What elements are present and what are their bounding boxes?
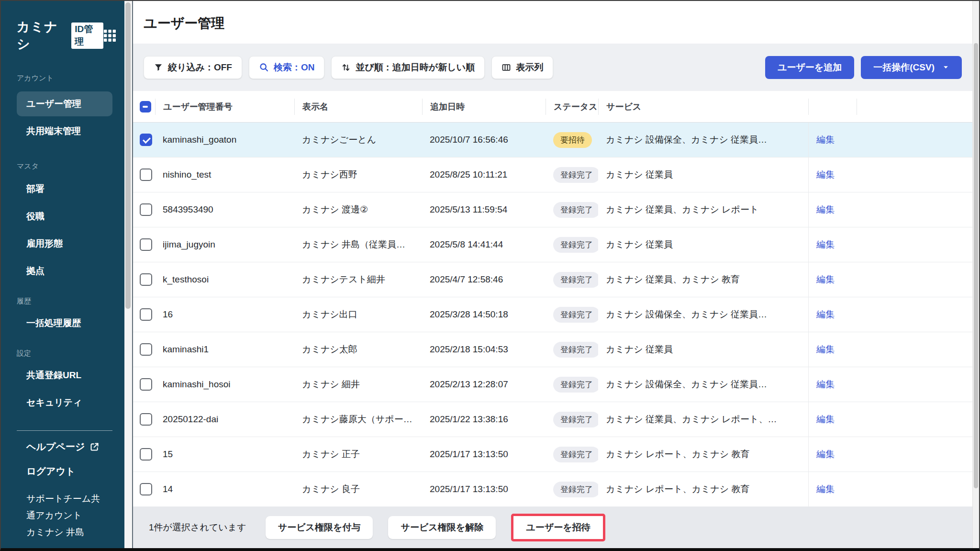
cell-status: 要招待 [546, 123, 598, 157]
row-checkbox[interactable] [140, 413, 152, 426]
row-checkbox[interactable] [140, 308, 152, 321]
page-scrollbar[interactable] [972, 1, 979, 548]
bulk-actions-button-label: 一括操作(CSV) [873, 61, 935, 74]
cell-user-id: 5843953490 [155, 192, 294, 227]
table-row[interactable]: kaminashi_hosoi カミナシ 細井 2025/2/13 12:28:… [133, 367, 972, 402]
table-row[interactable]: nishino_test カミナシ西野 2025/8/25 10:11:21 登… [133, 157, 972, 192]
select-all-checkbox[interactable] [140, 101, 151, 112]
edit-link[interactable]: 編集 [816, 448, 835, 461]
sidebar-item-security[interactable]: セキュリティ [17, 390, 112, 415]
grant-service-permission-button[interactable]: サービス権限を付与 [266, 516, 373, 539]
table-row[interactable]: 14 カミナシ 良子 2025/1/17 13:13:50 登録完了 カミナシ … [133, 472, 972, 507]
edit-link[interactable]: 編集 [816, 273, 835, 286]
cell-user-id: kaminashi_hosoi [155, 367, 294, 402]
selection-count-text: 1件が選択されています [149, 521, 246, 534]
cell-added-date: 2025/4/7 12:58:46 [422, 262, 546, 297]
cell-status: 登録完了 [546, 297, 598, 332]
help-page-label: ヘルプページ [26, 440, 85, 453]
filter-button[interactable]: 絞り込み：OFF [144, 56, 242, 79]
cell-user-id: kaminashi1 [155, 332, 294, 367]
row-checkbox-cell [133, 123, 155, 157]
cell-trailing-empty [857, 192, 972, 227]
sidebar-item-roles[interactable]: 役職 [17, 204, 112, 229]
edit-link[interactable]: 編集 [816, 169, 835, 181]
row-checkbox[interactable] [140, 483, 152, 495]
row-checkbox[interactable] [140, 273, 152, 286]
row-checkbox[interactable] [140, 203, 152, 216]
sidebar-item-employment-types[interactable]: 雇用形態 [17, 231, 112, 256]
cell-services: カミナシ 従業員 [598, 332, 808, 367]
status-badge: 登録完了 [553, 237, 598, 253]
edit-link[interactable]: 編集 [816, 343, 835, 356]
edit-link[interactable]: 編集 [816, 238, 835, 251]
edit-link[interactable]: 編集 [816, 203, 835, 216]
status-badge: 登録完了 [553, 412, 598, 427]
table-row[interactable]: 16 カミナシ出口 2025/3/28 14:50:18 登録完了 カミナシ 設… [133, 297, 972, 332]
cell-edit: 編集 [808, 297, 857, 332]
table-row[interactable]: k_testhosoi カミナシテスト細井 2025/4/7 12:58:46 … [133, 262, 972, 297]
app-grid-icon[interactable] [103, 29, 116, 42]
logo: カミナシ ID管理 [17, 18, 112, 53]
edit-link[interactable]: 編集 [816, 483, 835, 495]
search-button[interactable]: 検索：ON [249, 56, 325, 79]
app-window: カミナシ ID管理 アカウント ユーザー管理 共用端末管理 マスタ 部署 役職 … [0, 0, 980, 551]
edit-link[interactable]: 編集 [816, 134, 835, 146]
sidebar-scrollbar-thumb[interactable] [125, 2, 131, 309]
row-checkbox[interactable] [140, 169, 152, 181]
row-checkbox[interactable] [140, 378, 152, 391]
row-checkbox-cell [133, 297, 155, 332]
cell-added-date: 2025/2/18 15:04:53 [422, 332, 546, 367]
table-body: kaminashi_goaton カミナシごーとん 2025/10/7 16:5… [133, 123, 972, 507]
cell-trailing-empty [857, 123, 972, 157]
add-user-button[interactable]: ユーザーを追加 [765, 56, 854, 79]
sidebar-item-shared-registration-url[interactable]: 共通登録URL [17, 363, 112, 388]
table-row[interactable]: 15 カミナシ 正子 2025/1/17 13:13:50 登録完了 カミナシ … [133, 437, 972, 472]
column-header-user-id: ユーザー管理番号 [155, 99, 294, 115]
sidebar-item-departments[interactable]: 部署 [17, 177, 112, 202]
cell-edit: 編集 [808, 157, 857, 192]
sidebar-item-logout[interactable]: ログアウト [17, 459, 112, 484]
row-checkbox[interactable] [140, 134, 152, 146]
sidebar-item-help-page[interactable]: ヘルプページ [17, 435, 112, 459]
edit-link[interactable]: 編集 [816, 413, 835, 426]
sidebar-item-shared-devices[interactable]: 共用端末管理 [17, 119, 112, 144]
add-user-button-label: ユーザーを追加 [778, 61, 842, 74]
cell-user-id: k_testhosoi [155, 262, 294, 297]
row-checkbox[interactable] [140, 343, 152, 356]
cell-added-date: 2025/8/25 10:11:21 [422, 157, 546, 192]
cell-services: カミナシ レポート、カミナシ 教育 [598, 437, 808, 472]
invite-user-button[interactable]: ユーザーを招待 [513, 516, 602, 539]
toolbar-right: ユーザーを追加 一括操作(CSV) [765, 56, 962, 79]
sidebar-footer: ヘルプページ ログアウト サポートチーム共通アカウント カミナシ 井島 [17, 430, 112, 540]
row-checkbox[interactable] [140, 238, 152, 251]
header-checkbox-cell [133, 99, 155, 115]
page-scrollbar-thumb[interactable] [974, 43, 978, 488]
revoke-service-permission-button[interactable]: サービス権限を解除 [388, 516, 496, 539]
cell-user-id: 20250122-dai [155, 402, 294, 437]
sidebar-item-locations[interactable]: 拠点 [17, 259, 112, 283]
cell-added-date: 2025/1/22 13:38:16 [422, 402, 546, 437]
columns-button[interactable]: 表示列 [491, 56, 553, 79]
cell-user-id: ijima_jugyoin [155, 227, 294, 262]
table-row[interactable]: 5843953490 カミナシ 渡邊② 2025/5/13 11:59:54 登… [133, 192, 972, 227]
sort-button[interactable]: 並び順：追加日時が新しい順 [331, 56, 485, 79]
cell-added-date: 2025/1/17 13:13:50 [422, 472, 546, 506]
sidebar-scrollbar[interactable] [124, 1, 132, 548]
cell-status: 登録完了 [546, 437, 598, 472]
table-row[interactable]: ijima_jugyoin カミナシ 井島（従業員… 2025/5/8 14:4… [133, 227, 972, 262]
cell-services: カミナシ レポート、カミナシ 教育 [598, 472, 808, 506]
edit-link[interactable]: 編集 [816, 378, 835, 391]
table-row[interactable]: 20250122-dai カミナシ藤原大（サポー… 2025/1/22 13:3… [133, 402, 972, 437]
brand-badge: ID管理 [71, 22, 103, 49]
cell-added-date: 2025/3/28 14:50:18 [422, 297, 546, 332]
sidebar-item-bulk-history[interactable]: 一括処理履歴 [17, 311, 112, 336]
bulk-actions-button[interactable]: 一括操作(CSV) [861, 56, 962, 79]
cell-edit: 編集 [808, 192, 857, 227]
edit-link[interactable]: 編集 [816, 308, 835, 321]
table-row[interactable]: kaminashi1 カミナシ太郎 2025/2/18 15:04:53 登録完… [133, 332, 972, 367]
sidebar-item-users[interactable]: ユーザー管理 [17, 91, 112, 116]
table-row[interactable]: kaminashi_goaton カミナシごーとん 2025/10/7 16:5… [133, 123, 972, 157]
cell-trailing-empty [857, 297, 972, 332]
row-checkbox[interactable] [140, 448, 152, 461]
status-badge: 登録完了 [553, 342, 598, 358]
